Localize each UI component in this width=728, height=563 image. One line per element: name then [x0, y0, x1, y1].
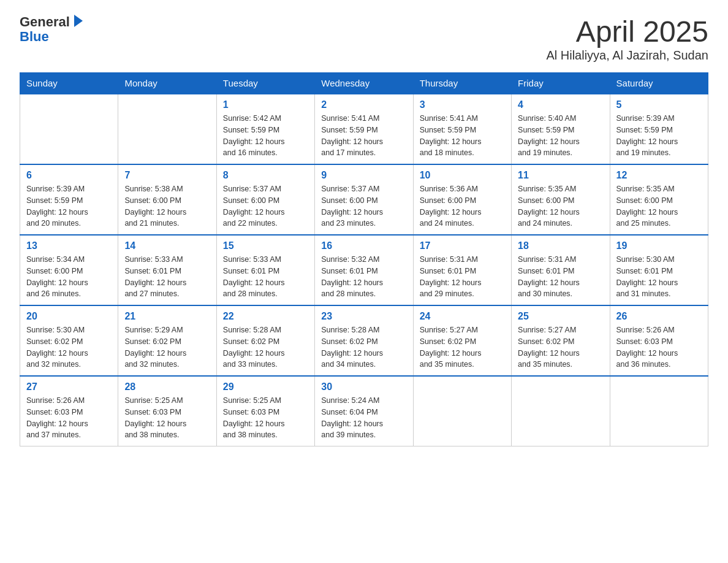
day-number: 15	[223, 240, 308, 251]
day-number: 1	[223, 99, 308, 110]
day-of-week-header: Monday	[118, 73, 216, 94]
day-of-week-header: Wednesday	[315, 73, 413, 94]
day-of-week-header: Sunday	[20, 73, 118, 94]
calendar-subtitle: Al Hilaliyya, Al Jazirah, Sudan	[546, 48, 708, 63]
day-info: Sunrise: 5:33 AM Sunset: 6:01 PM Dayligh…	[223, 254, 308, 300]
day-number: 17	[420, 240, 505, 251]
day-number: 10	[420, 170, 505, 181]
day-info: Sunrise: 5:41 AM Sunset: 5:59 PM Dayligh…	[420, 113, 505, 159]
title-block: April 2025 Al Hilaliyya, Al Jazirah, Sud…	[546, 15, 708, 63]
day-info: Sunrise: 5:28 AM Sunset: 6:02 PM Dayligh…	[223, 324, 308, 370]
calendar-day-cell: 27Sunrise: 5:26 AM Sunset: 6:03 PM Dayli…	[20, 376, 118, 446]
day-number: 18	[518, 240, 603, 251]
day-number: 30	[321, 381, 406, 393]
calendar-day-cell: 21Sunrise: 5:29 AM Sunset: 6:02 PM Dayli…	[118, 305, 216, 376]
page-header: General Blue April 2025 Al Hilaliyya, Al…	[20, 15, 708, 63]
day-info: Sunrise: 5:30 AM Sunset: 6:02 PM Dayligh…	[26, 324, 112, 370]
day-number: 11	[518, 170, 603, 181]
calendar-header-row: SundayMondayTuesdayWednesdayThursdayFrid…	[20, 73, 708, 94]
calendar-day-cell: 15Sunrise: 5:33 AM Sunset: 6:01 PM Dayli…	[216, 235, 314, 305]
calendar-day-cell	[512, 376, 610, 446]
day-number: 14	[124, 240, 210, 251]
day-number: 27	[26, 381, 112, 393]
calendar-day-cell: 22Sunrise: 5:28 AM Sunset: 6:02 PM Dayli…	[216, 305, 314, 376]
day-number: 4	[518, 99, 603, 110]
calendar-day-cell: 10Sunrise: 5:36 AM Sunset: 6:00 PM Dayli…	[413, 164, 511, 235]
calendar-day-cell	[413, 376, 511, 446]
day-number: 24	[420, 311, 505, 322]
calendar-day-cell: 13Sunrise: 5:34 AM Sunset: 6:00 PM Dayli…	[20, 235, 118, 305]
calendar-day-cell: 4Sunrise: 5:40 AM Sunset: 5:59 PM Daylig…	[512, 94, 610, 164]
calendar-week-row: 1Sunrise: 5:42 AM Sunset: 5:59 PM Daylig…	[20, 94, 708, 164]
day-number: 23	[321, 311, 406, 322]
day-info: Sunrise: 5:30 AM Sunset: 6:01 PM Dayligh…	[616, 254, 702, 300]
calendar-day-cell: 7Sunrise: 5:38 AM Sunset: 6:00 PM Daylig…	[118, 164, 216, 235]
calendar-day-cell: 2Sunrise: 5:41 AM Sunset: 5:59 PM Daylig…	[315, 94, 413, 164]
day-of-week-header: Saturday	[610, 73, 708, 94]
day-number: 28	[124, 381, 210, 393]
day-info: Sunrise: 5:31 AM Sunset: 6:01 PM Dayligh…	[420, 254, 505, 300]
day-number: 22	[223, 311, 308, 322]
logo-blue-text: Blue	[20, 29, 49, 44]
day-info: Sunrise: 5:27 AM Sunset: 6:02 PM Dayligh…	[420, 324, 505, 370]
day-info: Sunrise: 5:31 AM Sunset: 6:01 PM Dayligh…	[518, 254, 603, 300]
day-info: Sunrise: 5:29 AM Sunset: 6:02 PM Dayligh…	[124, 324, 210, 370]
day-of-week-header: Thursday	[413, 73, 511, 94]
calendar-day-cell: 29Sunrise: 5:25 AM Sunset: 6:03 PM Dayli…	[216, 376, 314, 446]
day-info: Sunrise: 5:37 AM Sunset: 6:00 PM Dayligh…	[223, 183, 308, 229]
day-number: 8	[223, 170, 308, 181]
day-number: 21	[124, 311, 210, 322]
calendar-day-cell	[610, 376, 708, 446]
day-info: Sunrise: 5:25 AM Sunset: 6:03 PM Dayligh…	[223, 395, 308, 441]
day-number: 26	[616, 311, 702, 322]
calendar-title: April 2025	[546, 15, 708, 48]
calendar-day-cell: 23Sunrise: 5:28 AM Sunset: 6:02 PM Dayli…	[315, 305, 413, 376]
day-info: Sunrise: 5:26 AM Sunset: 6:03 PM Dayligh…	[616, 324, 702, 370]
calendar-day-cell: 17Sunrise: 5:31 AM Sunset: 6:01 PM Dayli…	[413, 235, 511, 305]
day-number: 12	[616, 170, 702, 181]
day-info: Sunrise: 5:27 AM Sunset: 6:02 PM Dayligh…	[518, 324, 603, 370]
calendar-day-cell: 12Sunrise: 5:35 AM Sunset: 6:00 PM Dayli…	[610, 164, 708, 235]
day-info: Sunrise: 5:42 AM Sunset: 5:59 PM Dayligh…	[223, 113, 308, 159]
day-info: Sunrise: 5:40 AM Sunset: 5:59 PM Dayligh…	[518, 113, 603, 159]
day-info: Sunrise: 5:34 AM Sunset: 6:00 PM Dayligh…	[26, 254, 112, 300]
day-number: 5	[616, 99, 702, 110]
day-number: 20	[26, 311, 112, 322]
day-number: 25	[518, 311, 603, 322]
day-info: Sunrise: 5:35 AM Sunset: 6:00 PM Dayligh…	[616, 183, 702, 229]
calendar-table: SundayMondayTuesdayWednesdayThursdayFrid…	[20, 72, 708, 446]
calendar-week-row: 13Sunrise: 5:34 AM Sunset: 6:00 PM Dayli…	[20, 235, 708, 305]
day-info: Sunrise: 5:26 AM Sunset: 6:03 PM Dayligh…	[26, 395, 112, 441]
calendar-day-cell: 9Sunrise: 5:37 AM Sunset: 6:00 PM Daylig…	[315, 164, 413, 235]
calendar-day-cell: 24Sunrise: 5:27 AM Sunset: 6:02 PM Dayli…	[413, 305, 511, 376]
calendar-day-cell: 11Sunrise: 5:35 AM Sunset: 6:00 PM Dayli…	[512, 164, 610, 235]
day-number: 9	[321, 170, 406, 181]
logo-triangle-icon	[74, 15, 83, 27]
calendar-day-cell: 25Sunrise: 5:27 AM Sunset: 6:02 PM Dayli…	[512, 305, 610, 376]
day-number: 16	[321, 240, 406, 251]
calendar-day-cell: 20Sunrise: 5:30 AM Sunset: 6:02 PM Dayli…	[20, 305, 118, 376]
day-number: 2	[321, 99, 406, 110]
calendar-day-cell: 30Sunrise: 5:24 AM Sunset: 6:04 PM Dayli…	[315, 376, 413, 446]
calendar-day-cell	[118, 94, 216, 164]
calendar-day-cell: 19Sunrise: 5:30 AM Sunset: 6:01 PM Dayli…	[610, 235, 708, 305]
day-number: 6	[26, 170, 112, 181]
calendar-week-row: 6Sunrise: 5:39 AM Sunset: 5:59 PM Daylig…	[20, 164, 708, 235]
day-info: Sunrise: 5:41 AM Sunset: 5:59 PM Dayligh…	[321, 113, 406, 159]
day-number: 19	[616, 240, 702, 251]
day-info: Sunrise: 5:39 AM Sunset: 5:59 PM Dayligh…	[616, 113, 702, 159]
calendar-day-cell	[20, 94, 118, 164]
calendar-day-cell: 6Sunrise: 5:39 AM Sunset: 5:59 PM Daylig…	[20, 164, 118, 235]
calendar-day-cell: 1Sunrise: 5:42 AM Sunset: 5:59 PM Daylig…	[216, 94, 314, 164]
day-info: Sunrise: 5:39 AM Sunset: 5:59 PM Dayligh…	[26, 183, 112, 229]
day-info: Sunrise: 5:37 AM Sunset: 6:00 PM Dayligh…	[321, 183, 406, 229]
calendar-week-row: 27Sunrise: 5:26 AM Sunset: 6:03 PM Dayli…	[20, 376, 708, 446]
calendar-week-row: 20Sunrise: 5:30 AM Sunset: 6:02 PM Dayli…	[20, 305, 708, 376]
day-number: 13	[26, 240, 112, 251]
calendar-day-cell: 28Sunrise: 5:25 AM Sunset: 6:03 PM Dayli…	[118, 376, 216, 446]
day-of-week-header: Tuesday	[216, 73, 314, 94]
calendar-day-cell: 16Sunrise: 5:32 AM Sunset: 6:01 PM Dayli…	[315, 235, 413, 305]
calendar-day-cell: 18Sunrise: 5:31 AM Sunset: 6:01 PM Dayli…	[512, 235, 610, 305]
day-info: Sunrise: 5:25 AM Sunset: 6:03 PM Dayligh…	[124, 395, 210, 441]
day-info: Sunrise: 5:38 AM Sunset: 6:00 PM Dayligh…	[124, 183, 210, 229]
